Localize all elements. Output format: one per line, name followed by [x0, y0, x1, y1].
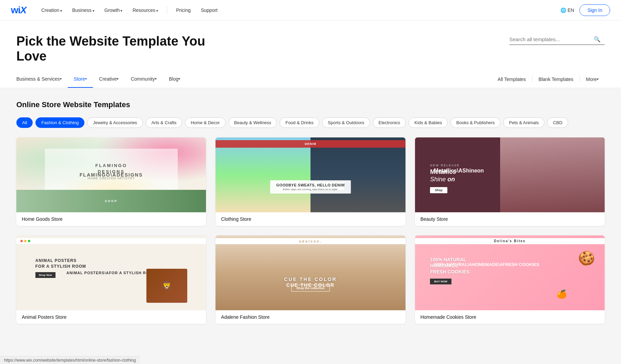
template-card-beauty-store[interactable]: NEW RELEASE Metallics Shine on Shop Beau…: [415, 137, 605, 226]
filter-tags: All Fashion & Clothing Jewelry & Accesso…: [16, 117, 605, 128]
template-label-animal: Animal Posters Store: [16, 310, 206, 324]
template-label-adalene: Adalene Fashion Store: [216, 310, 405, 324]
hero-section: Pick the Website Template You Love 🔍: [0, 20, 621, 70]
globe-icon: 🌐: [560, 7, 566, 13]
template-thumb-home-goods: FLAMINGODESIGNS HOME CREATED ARTISTRY SH…: [16, 137, 206, 212]
template-grid: FLAMINGODESIGNS HOME CREATED ARTISTRY SH…: [16, 137, 605, 324]
nav-support[interactable]: Support: [197, 5, 222, 16]
template-thumb-adalene: adalene. CUE THE COLOR Shop the collecti…: [216, 235, 405, 310]
filter-books-publishers[interactable]: Books & Publishers: [450, 117, 500, 128]
category-nav: Business & Services Store Creative Commu…: [0, 70, 621, 88]
filter-sports-outdoors[interactable]: Sports & Outdoors: [322, 117, 370, 128]
search-input[interactable]: [509, 36, 591, 42]
page-title: Pick the Website Template You Love: [16, 34, 221, 64]
filter-cbd[interactable]: CBD: [547, 117, 568, 128]
filter-electronics[interactable]: Electronics: [373, 117, 406, 128]
logo-text: wi: [11, 5, 20, 15]
nav-business[interactable]: Business: [68, 5, 98, 16]
cat-blog[interactable]: Blog: [163, 70, 186, 88]
cat-community[interactable]: Community: [125, 70, 163, 88]
cat-right: All Templates Blank Templates More: [492, 70, 605, 88]
blank-templates-link[interactable]: Blank Templates: [532, 70, 579, 88]
filter-home-decor[interactable]: Home & Decor: [185, 117, 225, 128]
template-thumb-beauty: NEW RELEASE Metallics Shine on Shop: [415, 137, 605, 212]
search-icon[interactable]: 🔍: [594, 36, 601, 43]
all-templates-link[interactable]: All Templates: [492, 70, 532, 88]
language-selector[interactable]: 🌐 EN: [560, 7, 574, 13]
cat-store[interactable]: Store: [68, 70, 93, 88]
filter-beauty-wellness[interactable]: Beauty & Wellness: [228, 117, 277, 128]
template-thumb-cookies: Delina's Bites 100% NATURALHOMEMADEFRESH…: [415, 235, 605, 310]
filter-pets-animals[interactable]: Pets & Animals: [503, 117, 544, 128]
filter-jewelry-accessories[interactable]: Jewelry & Accessories: [87, 117, 143, 128]
template-thumb-clothing: GOODBYE SWEATS, HELLO DENIM Better days …: [216, 137, 405, 212]
main-content: Online Store Website Templates All Fashi…: [0, 88, 621, 336]
nav-creation[interactable]: Creation: [37, 5, 66, 16]
lang-label: EN: [568, 7, 574, 13]
template-label-cookies: Homemade Cookies Store: [415, 310, 605, 324]
logo-x: X: [20, 5, 27, 15]
signin-button[interactable]: Sign In: [579, 4, 610, 16]
nav-resources[interactable]: Resources: [128, 5, 162, 16]
template-thumb-animal: ANIMAL POSTERSFOR A STYLISH ROOM Shop No…: [16, 235, 206, 310]
nav-right: 🌐 EN Sign In: [560, 4, 610, 16]
template-label-beauty: Beauty Store: [415, 212, 605, 226]
more-link[interactable]: More: [580, 70, 605, 88]
cat-business-services[interactable]: Business & Services: [16, 70, 68, 88]
wix-logo[interactable]: wiX: [11, 5, 26, 16]
nav-links: Creation Business Growth Resources Prici…: [37, 5, 560, 16]
template-card-clothing-store[interactable]: GOODBYE SWEATS, HELLO DENIM Better days …: [216, 137, 405, 226]
nav-divider-1: [167, 6, 167, 14]
filter-all[interactable]: All: [16, 117, 33, 128]
filter-food-drinks[interactable]: Food & Drinks: [280, 117, 319, 128]
nav-pricing[interactable]: Pricing: [172, 5, 195, 16]
filter-arts-crafts[interactable]: Arts & Crafts: [146, 117, 182, 128]
template-label-clothing: Clothing Store: [216, 212, 405, 226]
template-card-adalene[interactable]: adalene. CUE THE COLOR Shop the collecti…: [216, 235, 405, 324]
filter-fashion-clothing[interactable]: Fashion & Clothing: [35, 117, 84, 128]
template-card-animal[interactable]: ANIMAL POSTERSFOR A STYLISH ROOM Shop No…: [16, 235, 206, 324]
filter-kids-babies[interactable]: Kids & Babies: [409, 117, 448, 128]
navbar: wiX Creation Business Growth Resources P…: [0, 0, 621, 20]
cat-creative[interactable]: Creative: [93, 70, 125, 88]
template-card-home-goods[interactable]: FLAMINGODESIGNS HOME CREATED ARTISTRY SH…: [16, 137, 206, 226]
search-box: 🔍: [509, 34, 605, 45]
template-label-home-goods: Home Goods Store: [16, 212, 206, 226]
section-title: Online Store Website Templates: [16, 100, 605, 109]
template-card-cookies[interactable]: Delina's Bites 100% NATURALHOMEMADEFRESH…: [415, 235, 605, 324]
nav-growth[interactable]: Growth: [100, 5, 127, 16]
